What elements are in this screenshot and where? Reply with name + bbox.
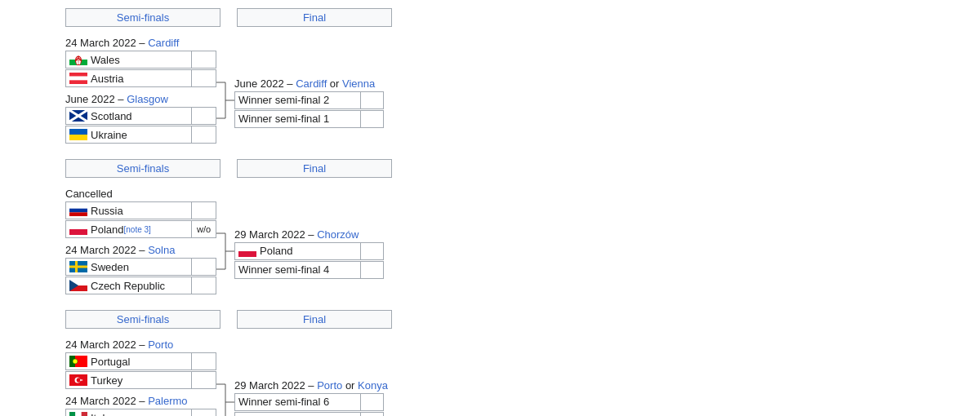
svg-rect-14 [69, 129, 87, 135]
team-row: Sweden [65, 258, 216, 276]
italy-flag [69, 412, 87, 416]
score-box [192, 201, 216, 219]
score-box [192, 277, 216, 294]
score-box [192, 409, 216, 416]
svg-rect-35 [238, 246, 256, 251]
team-box: Czech Republic [65, 277, 192, 294]
svg-point-39 [73, 359, 78, 364]
final-team-row: Winner semi-final 4 [234, 261, 384, 279]
team-row: Italy [65, 409, 216, 416]
team-name: Ukraine [91, 129, 127, 141]
sweden-flag [69, 261, 87, 272]
team-note[interactable]: [note 3] [123, 225, 150, 234]
team-row: Poland[note 3]w/o [65, 220, 216, 238]
final-date-link1[interactable]: Cardiff [296, 77, 327, 90]
semi1-date-link[interactable]: Porto [148, 339, 173, 351]
score-box [192, 51, 216, 69]
final-date-link1[interactable]: Porto [317, 379, 342, 392]
svg-rect-8 [69, 73, 87, 77]
score-box [192, 126, 216, 144]
team-box: Russia [65, 201, 192, 219]
final-score-box [361, 261, 384, 279]
team-box: Sweden [65, 258, 192, 276]
final-date-link2[interactable]: Vienna [342, 77, 375, 90]
semi-side: Cancelled Russia Poland[note 3]w/o24 Mar… [65, 184, 216, 295]
score-box [192, 258, 216, 276]
final-team-name: Winner semi-final 4 [238, 263, 329, 276]
wales-flag [69, 54, 87, 65]
team-name: Turkey [91, 374, 122, 387]
final-header[interactable]: Final [237, 310, 392, 329]
score-box: w/o [192, 220, 216, 238]
team-name: Italy [91, 412, 110, 417]
team-box: Italy [65, 409, 192, 416]
semi-finals-header[interactable]: Semi-finals [65, 310, 220, 329]
svg-rect-15 [69, 135, 87, 140]
team-row: Ukraine [65, 126, 216, 144]
svg-rect-45 [69, 412, 75, 416]
final-header[interactable]: Final [237, 159, 392, 178]
team-name: Poland [91, 223, 123, 236]
semi2-date: 24 March 2022 – Palermo [65, 395, 216, 407]
semi2-date-link[interactable]: Palermo [148, 395, 187, 407]
team-row: Portugal [65, 352, 216, 370]
final-header[interactable]: Final [237, 8, 392, 27]
bracket-connector [216, 358, 234, 416]
team-box: Poland[note 3] [65, 220, 192, 238]
team-name: Portugal [91, 356, 130, 368]
final-score-box [361, 393, 384, 411]
final-team-name: Winner semi-final 1 [238, 113, 329, 125]
semi2-date-link[interactable]: Glasgow [127, 93, 168, 105]
svg-rect-21 [69, 209, 87, 213]
team-row: Austria [65, 69, 216, 87]
bracket-section: Semi-finalsFinal24 March 2022 – Porto Po… [65, 310, 915, 416]
bracket-section: Semi-finalsFinal24 March 2022 – Cardiff … [65, 8, 915, 144]
team-box: Austria [65, 69, 192, 87]
portugal-flag [69, 356, 87, 367]
final-team-box: Winner semi-final 6 [234, 393, 361, 411]
final-team-row: Poland [234, 242, 384, 260]
section-header: Semi-finalsFinal [65, 8, 915, 27]
team-row: Scotland [65, 107, 216, 125]
team-name: Wales [91, 54, 120, 66]
semi2-date: 24 March 2022 – Solna [65, 244, 216, 256]
turkey-flag [69, 374, 87, 386]
final-team-box: Winner semi-final 4 [234, 261, 361, 279]
score-box [192, 371, 216, 389]
semi1-date: Cancelled [65, 188, 216, 200]
final-side: June 2022 – Cardiff or ViennaWinner semi… [234, 74, 384, 129]
team-row: Turkey [65, 371, 216, 389]
final-date: 29 March 2022 – Porto or Konya [234, 379, 388, 392]
ukraine-flag [69, 129, 87, 140]
team-name: Russia [91, 205, 123, 217]
team-row: Czech Republic [65, 277, 216, 294]
semi1-date-link[interactable]: Cardiff [148, 37, 179, 49]
final-team-box: Winner semi-final 1 [234, 110, 361, 128]
team-name: Sweden [91, 261, 129, 273]
scotland-flag [69, 110, 87, 122]
final-team-row: Winner semi-final 1 [234, 110, 384, 128]
semi-finals-header[interactable]: Semi-finals [65, 159, 220, 178]
final-score-box [361, 110, 384, 128]
team-row: Russia [65, 201, 216, 219]
semi2-date-link[interactable]: Solna [148, 244, 175, 256]
final-team-row: Winner semi-final 5 [234, 412, 388, 417]
final-team-name: Winner semi-final 6 [238, 396, 329, 408]
bracket-main: 24 March 2022 – Porto Portugal Turkey24 … [65, 335, 915, 416]
bracket-connector [216, 207, 234, 295]
svg-rect-10 [69, 80, 87, 84]
semi-finals-header[interactable]: Semi-finals [65, 8, 220, 27]
final-side: 29 March 2022 – Chorzów PolandWinner sem… [234, 225, 384, 280]
team-box: Scotland [65, 107, 192, 125]
svg-rect-20 [69, 205, 87, 209]
section-header: Semi-finalsFinal [65, 310, 915, 329]
russia-flag [69, 205, 87, 216]
poland-flag [69, 223, 87, 235]
final-date-link1[interactable]: Chorzów [317, 228, 359, 241]
final-date: 29 March 2022 – Chorzów [234, 228, 384, 241]
svg-rect-46 [75, 412, 81, 416]
final-date-link2[interactable]: Konya [358, 379, 388, 392]
svg-rect-36 [238, 251, 256, 257]
team-name: Czech Republic [91, 280, 165, 292]
final-team-name: Poland [260, 245, 292, 257]
